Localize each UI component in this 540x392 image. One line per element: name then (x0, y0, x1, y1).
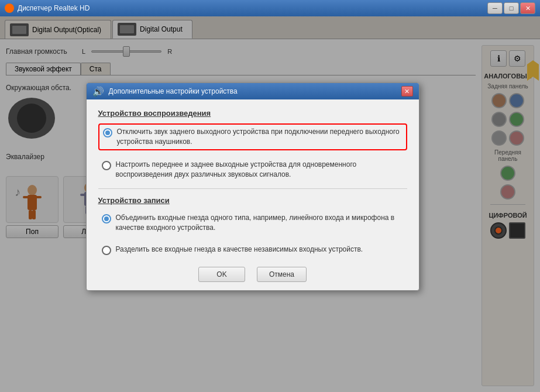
option-3-text: Объединить входные гнезда одного типа, н… (116, 213, 404, 233)
ok-button[interactable]: OK (198, 267, 245, 282)
modal-option-3: Объединить входные гнезда одного типа, н… (98, 211, 407, 235)
option-1-text: Отключить звук заднего выходного устройс… (117, 127, 403, 147)
modal-buttons: OK Отмена (98, 267, 407, 282)
modal-option-4: Разделить все входные гнезда в качестве … (98, 242, 407, 257)
radio-option-2[interactable] (102, 161, 111, 170)
modal-overlay: 🔊 Дополнительные настройки устройства ✕ … (0, 16, 540, 392)
option-2-text: Настроить переднее и заднее выходные уст… (116, 160, 404, 180)
app-icon (5, 4, 14, 13)
record-section-title: Устройство записи (98, 196, 407, 205)
option-4-text: Разделить все входные гнезда в качестве … (116, 245, 363, 255)
playback-section-title: Устройство воспроизведения (98, 109, 407, 118)
title-bar: Диспетчер Realtek HD ─ □ ✕ (0, 0, 540, 16)
modal-option-2: Настроить переднее и заднее выходные уст… (98, 157, 407, 182)
app-title: Диспетчер Realtek HD (18, 4, 484, 12)
radio-option-3[interactable] (102, 214, 111, 223)
modal-title: Дополнительные настройки устройства (109, 87, 397, 95)
modal-close-button[interactable]: ✕ (401, 86, 413, 97)
cancel-button[interactable]: Отмена (257, 267, 307, 282)
modal-title-bar: 🔊 Дополнительные настройки устройства ✕ (87, 83, 419, 99)
modal-audio-icon: 🔊 (92, 86, 104, 97)
modal-dialog: 🔊 Дополнительные настройки устройства ✕ … (86, 82, 419, 291)
minimize-button[interactable]: ─ (487, 2, 503, 14)
modal-divider-1 (98, 188, 407, 189)
radio-option-4[interactable] (102, 246, 111, 255)
close-button[interactable]: ✕ (520, 2, 535, 14)
main-window: Digital Output(Optical) Digital Output Г… (0, 16, 540, 392)
maximize-button[interactable]: □ (504, 2, 519, 14)
modal-option-1: Отключить звук заднего выходного устройс… (98, 123, 407, 150)
modal-body: Устройство воспроизведения Отключить зву… (87, 99, 419, 290)
radio-option-1[interactable] (103, 128, 112, 137)
window-controls: ─ □ ✕ (487, 2, 535, 14)
